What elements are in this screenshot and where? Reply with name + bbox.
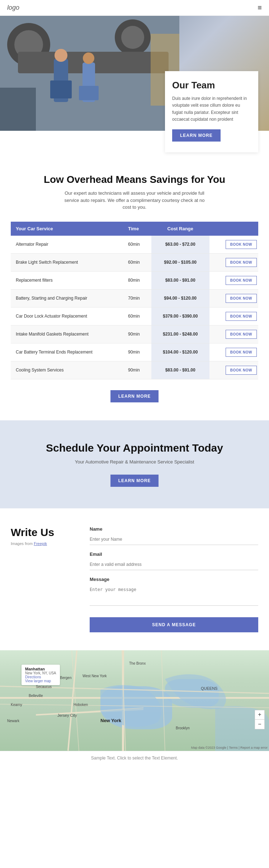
view-larger-link[interactable]: View larger map	[25, 679, 56, 683]
service-book[interactable]: BOOK NOW	[209, 236, 258, 254]
new-york-label: New York	[100, 718, 122, 723]
service-time: 70min	[123, 289, 151, 307]
svg-line-18	[161, 650, 165, 751]
map-attribution: Map data ©2023 Google | Terms | Report a…	[191, 746, 268, 749]
westnewyork-label: West New York	[82, 674, 107, 678]
service-book[interactable]: BOOK NOW	[209, 271, 258, 289]
svg-point-7	[55, 49, 67, 62]
location-sub: New York, NY, USA	[25, 671, 56, 675]
contact-left: Write Us Images from Freepik	[11, 526, 75, 632]
book-now-button[interactable]: BOOK NOW	[226, 312, 257, 321]
service-cost: $83.00 - $91.00	[151, 271, 209, 289]
service-name: Battery, Starting and Charging Repair	[11, 289, 123, 307]
footer-text: Sample Text. Click to select the Text El…	[91, 756, 178, 761]
savings-section: Low Overhead Means Savings for You Our e…	[0, 160, 269, 420]
savings-learn-more-button[interactable]: LEARN MORE	[110, 390, 159, 402]
secaucus-label: Secaucus	[36, 685, 52, 689]
appointment-learn-more-button[interactable]: LEARN MORE	[110, 475, 159, 487]
name-input[interactable]	[90, 534, 258, 545]
zoom-out-button[interactable]: −	[255, 720, 264, 729]
appointment-subtitle: Your Automotive Repair & Maintenance Ser…	[11, 459, 258, 465]
service-time: 90min	[123, 325, 151, 343]
table-row: Brake Light Switch Replacement 60min $92…	[11, 253, 258, 271]
table-row: Intake Manifold Gaskets Replacement 90mi…	[11, 325, 258, 343]
kearny-label: Kearny	[11, 703, 22, 707]
service-name: Cooling System Services	[11, 361, 123, 379]
hero-overlay: Our Team Duis aute irure dolor in repreh…	[165, 71, 258, 152]
service-cost: $94.00 - $120.00	[151, 289, 209, 307]
hero-description: Duis aute irure dolor in reprehenderit i…	[172, 95, 251, 123]
send-message-button[interactable]: SEND A MESSAGE	[90, 617, 258, 632]
queens-label: QUEENS	[201, 686, 217, 691]
hoboken-label: Hoboken	[74, 703, 88, 707]
svg-rect-13	[0, 88, 36, 131]
service-cost: $104.00 - $120.00	[151, 343, 209, 361]
service-time: 90min	[123, 361, 151, 379]
service-time: 80min	[123, 271, 151, 289]
savings-title: Low Overhead Means Savings for You	[11, 174, 258, 185]
map-background: New York Jersey City Hoboken The Bronx Q…	[0, 650, 269, 751]
jersey-city-label: Jersey City	[57, 713, 77, 717]
service-book[interactable]: BOOK NOW	[209, 325, 258, 343]
book-now-button[interactable]: BOOK NOW	[226, 366, 257, 375]
col-action	[209, 222, 258, 236]
col-time: Time	[123, 222, 151, 236]
freepik-link[interactable]: Freepik	[34, 541, 47, 546]
message-input[interactable]	[90, 584, 258, 606]
email-input[interactable]	[90, 559, 258, 570]
service-book[interactable]: BOOK NOW	[209, 289, 258, 307]
services-table: Your Car Service Time Cost Range Alterna…	[11, 222, 258, 379]
table-row: Car Battery Terminal Ends Replacement 90…	[11, 343, 258, 361]
table-row: Battery, Starting and Charging Repair 70…	[11, 289, 258, 307]
message-field-group: Message	[90, 577, 258, 607]
service-time: 60min	[123, 236, 151, 254]
name-field-group: Name	[90, 526, 258, 545]
service-time: 60min	[123, 253, 151, 271]
service-cost: $379.00 - $390.00	[151, 307, 209, 325]
service-name: Brake Light Switch Replacement	[11, 253, 123, 271]
svg-rect-8	[50, 80, 72, 98]
svg-rect-11	[79, 86, 99, 100]
service-book[interactable]: BOOK NOW	[209, 343, 258, 361]
service-book[interactable]: BOOK NOW	[209, 253, 258, 271]
book-now-button[interactable]: BOOK NOW	[226, 330, 257, 339]
service-cost: $83.00 - $91.00	[151, 361, 209, 379]
book-now-button[interactable]: BOOK NOW	[226, 240, 257, 249]
service-cost: $92.00 - $105.00	[151, 253, 209, 271]
bronx-label: The Bronx	[129, 661, 146, 665]
service-book[interactable]: BOOK NOW	[209, 361, 258, 379]
savings-subtitle: Our expert auto technicians will assess …	[63, 190, 206, 211]
appointment-section: Schedule Your Appointment Today Your Aut…	[0, 420, 269, 508]
zoom-in-button[interactable]: +	[255, 710, 264, 720]
newark-label: Newark	[7, 719, 20, 723]
message-label: Message	[90, 577, 258, 582]
book-now-button[interactable]: BOOK NOW	[226, 294, 257, 303]
footer: Sample Text. Click to select the Text El…	[0, 751, 269, 765]
table-header-row: Your Car Service Time Cost Range	[11, 222, 258, 236]
book-now-button[interactable]: BOOK NOW	[226, 276, 257, 285]
service-book[interactable]: BOOK NOW	[209, 307, 258, 325]
hero-section: Our Team Duis aute irure dolor in repreh…	[0, 16, 269, 131]
map-location-marker: Manhattan New York, NY, USA Directions V…	[22, 665, 60, 685]
contact-form: Name Email Message SEND A MESSAGE	[90, 526, 258, 632]
col-service: Your Car Service	[11, 222, 123, 236]
email-field-group: Email	[90, 551, 258, 570]
service-name: Car Door Lock Actuator Replacement	[11, 307, 123, 325]
book-now-button[interactable]: BOOK NOW	[226, 348, 257, 357]
svg-point-10	[83, 52, 94, 64]
menu-icon[interactable]: ≡	[258, 4, 262, 12]
directions-link[interactable]: Directions	[25, 675, 56, 679]
hero-learn-more-button[interactable]: LEARN MORE	[172, 129, 221, 142]
service-cost: $231.00 - $248.00	[151, 325, 209, 343]
contact-section: Write Us Images from Freepik Name Email …	[0, 508, 269, 650]
service-name: Alternator Repair	[11, 236, 123, 254]
col-cost: Cost Range	[151, 222, 209, 236]
svg-point-4	[121, 26, 144, 49]
header: logo ≡	[0, 0, 269, 16]
email-label: Email	[90, 551, 258, 557]
svg-line-16	[72, 650, 79, 751]
appointment-title: Schedule Your Appointment Today	[11, 442, 258, 454]
images-credit: Images from Freepik	[11, 541, 75, 546]
book-now-button[interactable]: BOOK NOW	[226, 258, 257, 267]
brooklyn-label: Brooklyn	[176, 726, 190, 730]
